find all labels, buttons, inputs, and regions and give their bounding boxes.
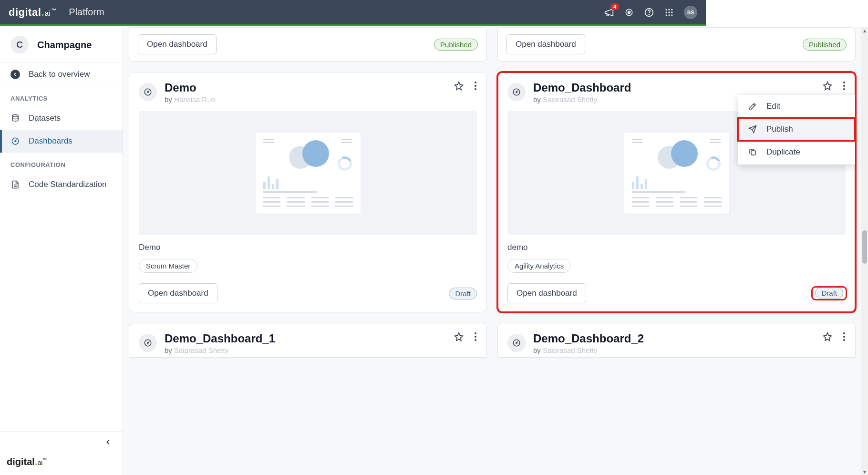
card-tag: Scrum Master (139, 259, 197, 273)
svg-point-1 (628, 11, 630, 13)
back-label: Back to overview (29, 70, 90, 79)
platform-label: Platform (69, 7, 104, 18)
back-arrow-icon (10, 70, 20, 79)
status-badge: Published (434, 39, 478, 51)
notification-badge: 4 (610, 3, 619, 10)
favorite-star-icon[interactable] (454, 332, 464, 341)
back-to-overview[interactable]: Back to overview (0, 63, 123, 86)
target-icon[interactable] (624, 7, 634, 18)
card-tag: Agility Analytics (507, 259, 571, 273)
svg-point-10 (666, 14, 667, 16)
logo-dot: . (41, 6, 44, 19)
svg-point-30 (475, 336, 476, 338)
dashboard-card-stub: Open dashboard Published (497, 27, 706, 62)
gauge-icon (507, 334, 526, 352)
section-configuration: CONFIGURATION (0, 153, 123, 173)
dashboard-card-demo: Demo by Harviisa R..o (129, 72, 487, 312)
section-analytics: ANALYTICS (0, 86, 123, 107)
svg-point-13 (12, 115, 18, 117)
open-dashboard-button[interactable]: Open dashboard (138, 34, 217, 54)
card-author: by Saiprasad Shetty (533, 95, 631, 103)
svg-point-4 (666, 9, 667, 10)
card-description: demo (507, 243, 706, 252)
database-icon (10, 114, 20, 123)
dashboard-card-stub: Open dashboard Published (129, 27, 487, 62)
gauge-icon (139, 83, 157, 101)
svg-point-3 (649, 14, 649, 14)
sidebar-item-label: Dashboards (29, 136, 72, 146)
more-menu-icon[interactable] (474, 81, 477, 91)
card-title: Demo_Dashboard_2 (533, 332, 644, 345)
org-selector[interactable]: C Champagne (0, 27, 123, 63)
svg-point-17 (147, 92, 148, 93)
org-name: Champagne (37, 40, 92, 51)
svg-point-9 (671, 11, 672, 13)
sidebar-item-label: Code Standardization (29, 180, 107, 189)
gauge-icon (139, 334, 157, 352)
svg-point-11 (668, 14, 670, 16)
sidebar: C Champagne Back to overview ANALYTICS D… (0, 27, 123, 381)
svg-point-15 (15, 141, 16, 142)
card-title: Demo (165, 81, 215, 94)
top-nav: digital.ai™ Platform 4 SS (0, 0, 706, 26)
sidebar-item-datasets[interactable]: Datasets (0, 107, 123, 130)
gauge-icon (10, 137, 20, 145)
gauge-icon (507, 83, 526, 101)
dashboard-card-demo-dashboard-1: Demo_Dashboard_1 by Saiprasad Shetty (129, 323, 487, 358)
org-avatar: C (10, 36, 29, 54)
svg-point-31 (475, 339, 476, 341)
more-menu-icon[interactable] (474, 332, 477, 341)
svg-point-8 (668, 11, 670, 13)
favorite-star-icon[interactable] (454, 81, 464, 91)
svg-point-20 (475, 88, 476, 90)
card-thumbnail (139, 111, 477, 235)
sidebar-item-dashboards[interactable]: Dashboards (0, 130, 123, 153)
open-dashboard-button[interactable]: Open dashboard (507, 283, 586, 303)
svg-point-28 (147, 342, 148, 343)
document-icon (10, 180, 20, 189)
dashboard-card-demo-dashboard: Demo_Dashboard by Saiprasad Shetty Edit (497, 72, 706, 312)
card-title: Demo_Dashboard_1 (165, 332, 275, 345)
sidebar-item-label: Datasets (29, 114, 61, 123)
user-avatar[interactable]: SS (684, 6, 697, 19)
svg-point-22 (516, 92, 517, 93)
apps-grid-icon[interactable] (664, 7, 674, 18)
open-dashboard-button[interactable]: Open dashboard (506, 34, 585, 54)
svg-point-18 (475, 82, 476, 83)
card-thumbnail (507, 111, 706, 235)
main-content: Open dashboard Published Open dashboard … (123, 27, 706, 381)
card-author: by Saiprasad Shetty (533, 346, 644, 354)
help-icon[interactable] (644, 7, 654, 18)
status-badge: Draft (449, 288, 477, 299)
brand-logo: digital.ai™ (9, 6, 55, 19)
card-author: by Saiprasad Shetty (165, 346, 275, 354)
logo-ai: ai (45, 10, 51, 17)
card-title: Demo_Dashboard (533, 81, 631, 94)
svg-point-6 (671, 9, 672, 10)
svg-point-19 (475, 85, 476, 87)
svg-point-29 (475, 332, 476, 334)
open-dashboard-button[interactable]: Open dashboard (139, 283, 217, 303)
card-description: Demo (139, 243, 477, 252)
logo-word: digital (9, 6, 41, 19)
svg-point-12 (671, 14, 672, 16)
svg-point-7 (666, 11, 667, 13)
sidebar-item-code-standardization[interactable]: Code Standardization (0, 173, 123, 196)
svg-point-5 (668, 9, 670, 10)
dashboard-card-demo-dashboard-2: Demo_Dashboard_2 by Saiprasad Shetty (497, 323, 706, 358)
card-author: by Harviisa R..o (165, 95, 215, 103)
svg-point-33 (516, 342, 517, 343)
announcements-icon[interactable]: 4 (604, 7, 614, 18)
